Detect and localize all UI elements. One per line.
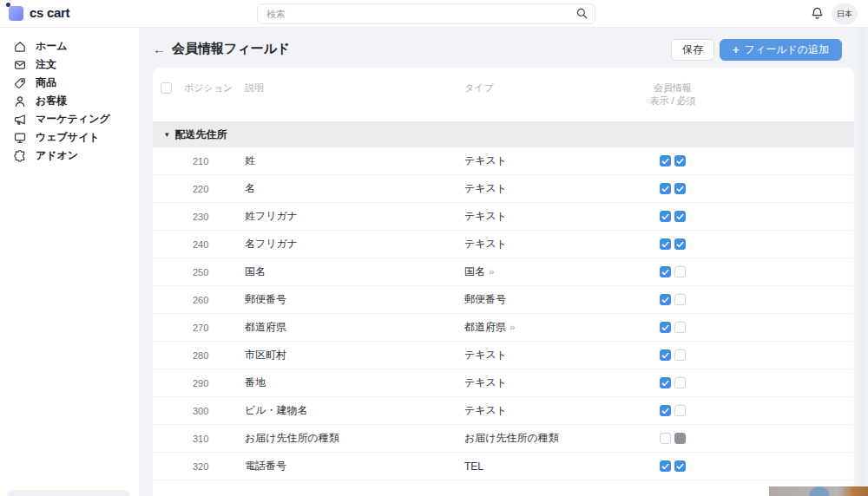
show-checkbox[interactable] xyxy=(660,405,671,416)
row-type: テキスト xyxy=(464,153,603,168)
link-chevrons-icon: ›› xyxy=(510,322,514,332)
row-profile-checkboxes xyxy=(603,238,742,250)
sidebar-item-marketing[interactable]: マーケティング xyxy=(0,110,139,128)
row-description: 都道府県 xyxy=(245,320,464,335)
table-header: ポジション 説明 タイプ 会員情報 表示 / 必須 xyxy=(153,68,854,121)
sidebar: ホーム 注文 商品 お客様 xyxy=(0,28,139,496)
show-checkbox[interactable] xyxy=(660,183,671,194)
required-checkbox[interactable] xyxy=(674,294,686,305)
row-position: 300 xyxy=(184,406,245,416)
row-profile-checkboxes xyxy=(603,405,742,416)
cscart-logo[interactable]: cs cart xyxy=(9,4,69,21)
sidebar-item-orders[interactable]: 注文 xyxy=(0,55,139,74)
row-description: 郵便番号 xyxy=(245,292,464,307)
sidebar-item-products[interactable]: 商品 xyxy=(0,74,139,92)
orders-icon xyxy=(13,58,27,72)
row-position: 270 xyxy=(184,323,245,333)
row-position: 260 xyxy=(184,295,245,305)
sidebar-item-home[interactable]: ホーム xyxy=(0,37,139,55)
required-checkbox[interactable] xyxy=(674,349,686,361)
section-shipping-address[interactable]: ▾ 配送先住所 xyxy=(153,121,854,147)
required-checkbox[interactable] xyxy=(674,460,686,472)
add-field-button[interactable]: + フィールドの追加 xyxy=(720,39,842,61)
show-checkbox[interactable] xyxy=(660,377,671,388)
row-description: 名フリガナ xyxy=(245,237,464,251)
caret-down-icon: ▾ xyxy=(165,130,169,139)
sidebar-item-addons[interactable]: アドオン xyxy=(0,147,139,165)
show-checkbox[interactable] xyxy=(660,266,671,277)
search-icon[interactable] xyxy=(575,7,589,20)
row-description: 電話番号 xyxy=(245,459,464,473)
back-arrow-icon[interactable]: ← xyxy=(153,42,166,56)
col-header-type: タイプ xyxy=(464,82,603,95)
website-icon xyxy=(13,131,27,145)
table-row: 220 名 テキスト xyxy=(153,175,854,203)
show-checkbox[interactable] xyxy=(660,433,671,444)
table-row: 240 名フリガナ テキスト xyxy=(153,231,854,258)
main-content: ← 会員情報フィールド 保存 + フィールドの追加 ポジション 説明 タイプ 会… xyxy=(139,28,868,496)
row-position: 320 xyxy=(184,461,245,472)
row-profile-checkboxes xyxy=(603,266,742,277)
notifications-bell-icon[interactable] xyxy=(810,6,825,22)
table-row: 310 お届け先住所の種類 お届け先住所の種類 xyxy=(153,425,854,453)
table-row: 250 国名 国名›› xyxy=(153,258,854,286)
link-chevrons-icon: ›› xyxy=(489,266,493,277)
home-icon xyxy=(13,40,27,54)
page-title: 会員情報フィールド xyxy=(172,41,290,57)
products-icon xyxy=(13,76,27,90)
sidebar-nav: ホーム 注文 商品 お客様 xyxy=(0,28,139,165)
row-type: お届け先住所の種類 xyxy=(464,431,603,446)
row-type: テキスト xyxy=(464,209,603,224)
row-position: 310 xyxy=(184,434,245,444)
row-type: TEL xyxy=(464,460,603,473)
search-input[interactable] xyxy=(257,3,595,24)
required-checkbox[interactable] xyxy=(674,322,686,333)
required-checkbox[interactable] xyxy=(674,377,686,388)
required-checkbox[interactable] xyxy=(674,405,686,416)
required-checkbox[interactable] xyxy=(674,266,686,277)
marketing-icon xyxy=(13,113,27,127)
top-bar: cs cart 日本 xyxy=(0,0,868,28)
show-checkbox[interactable] xyxy=(660,349,671,361)
show-checkbox[interactable] xyxy=(660,155,671,166)
required-checkbox[interactable] xyxy=(674,433,686,444)
cscart-logo-icon xyxy=(9,6,23,21)
required-checkbox[interactable] xyxy=(674,155,686,166)
show-checkbox[interactable] xyxy=(660,322,671,333)
show-checkbox[interactable] xyxy=(660,460,671,472)
row-description: 姓フリガナ xyxy=(245,209,464,224)
header-actions: 保存 + フィールドの追加 xyxy=(671,39,842,61)
row-profile-checkboxes xyxy=(603,155,742,166)
show-checkbox[interactable] xyxy=(660,238,671,250)
row-profile-checkboxes xyxy=(603,433,742,444)
sidebar-bottom-widget[interactable] xyxy=(7,490,130,496)
show-checkbox[interactable] xyxy=(660,294,671,305)
customers-icon xyxy=(13,95,27,108)
select-all-checkbox[interactable] xyxy=(161,82,172,94)
row-type: テキスト xyxy=(464,181,603,196)
vertical-scrollbar[interactable] xyxy=(858,28,865,496)
row-type: テキスト xyxy=(464,403,603,418)
save-button[interactable]: 保存 xyxy=(671,39,714,61)
table-row: 320 電話番号 TEL xyxy=(153,453,854,480)
col-header-profile: 会員情報 表示 / 必須 xyxy=(603,82,742,108)
language-selector[interactable]: 日本 xyxy=(832,3,858,24)
row-type: 都道府県›› xyxy=(464,320,603,335)
promo-thumbnail[interactable] xyxy=(769,486,868,496)
show-checkbox[interactable] xyxy=(660,211,671,222)
plus-icon: + xyxy=(733,43,740,56)
required-checkbox[interactable] xyxy=(674,183,686,194)
sidebar-item-customers[interactable]: お客様 xyxy=(0,92,139,110)
sidebar-item-website[interactable]: ウェブサイト xyxy=(0,128,139,147)
row-profile-checkboxes xyxy=(603,211,742,222)
row-type: 郵便番号 xyxy=(464,292,603,307)
row-description: ビル・建物名 xyxy=(245,403,464,418)
row-description: 番地 xyxy=(245,375,464,390)
required-checkbox[interactable] xyxy=(674,238,686,250)
profile-fields-card: ポジション 説明 タイプ 会員情報 表示 / 必須 ▾ 配送先住所 210 姓 … xyxy=(153,68,854,496)
table-row: 280 市区町村 テキスト xyxy=(153,342,854,369)
row-position: 290 xyxy=(184,378,245,388)
col-header-description: 説明 xyxy=(245,82,464,95)
row-description: 国名 xyxy=(245,264,464,279)
required-checkbox[interactable] xyxy=(674,211,686,222)
